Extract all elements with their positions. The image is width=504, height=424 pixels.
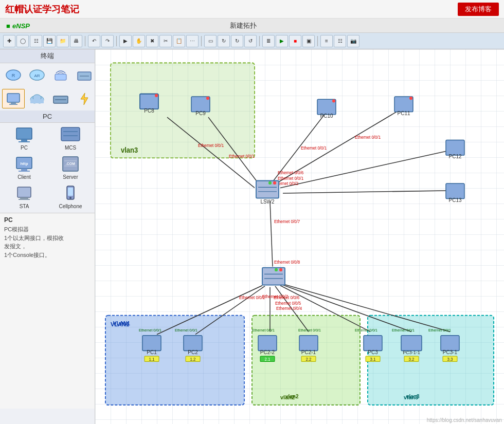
- rect-btn[interactable]: ▭: [204, 35, 217, 47]
- svg-line-50: [283, 191, 453, 193]
- top-header: 红帽认证学习笔记 发布博客: [0, 0, 504, 19]
- node-pc2-1: PC2-1 2.2: [299, 336, 318, 362]
- refresh2-btn[interactable]: ↺: [244, 35, 257, 47]
- svg-text:PC3: PC3: [368, 349, 378, 355]
- svg-text:Ethernet 0/0/1: Ethernet 0/0/1: [252, 328, 275, 333]
- svg-text:Ethernet 0/0/1: Ethernet 0/0/1: [298, 328, 321, 333]
- svg-point-86: [206, 97, 209, 100]
- grid-btn[interactable]: ≣: [262, 35, 275, 47]
- device-lightning[interactable]: [73, 89, 96, 108]
- svg-text:PC2-2: PC2-2: [260, 349, 275, 355]
- refresh-btn[interactable]: ↻: [231, 35, 243, 47]
- loop-btn[interactable]: ↻: [218, 35, 230, 47]
- device-switch3[interactable]: [73, 65, 96, 85]
- svg-point-92: [409, 97, 412, 100]
- svg-rect-108: [142, 336, 161, 351]
- svg-text:PC10: PC10: [320, 113, 333, 119]
- ensp-e-icon: ■: [6, 22, 10, 30]
- device-router[interactable]: R: [2, 65, 25, 85]
- svg-rect-116: [258, 336, 277, 351]
- hand-btn[interactable]: ✋: [133, 35, 145, 47]
- pc-label: PC: [21, 145, 28, 151]
- add-green-btn[interactable]: ✚: [3, 35, 15, 47]
- delete-btn[interactable]: ✖: [146, 35, 158, 47]
- svg-text:vlan3: vlan3: [406, 394, 420, 399]
- ensp-logo: ■ eNSP: [6, 21, 30, 30]
- stop-btn[interactable]: ■: [289, 35, 301, 47]
- pc-device-grid: PC MCS http Client: [0, 123, 95, 213]
- svg-rect-4: [55, 74, 66, 80]
- svg-rect-31: [17, 187, 31, 197]
- device-router2[interactable]: AR: [26, 65, 48, 85]
- paste-btn[interactable]: 📋: [173, 35, 185, 47]
- svg-text:Ethernet 0/0/1: Ethernet 0/0/1: [139, 328, 161, 333]
- device-cellphone[interactable]: Cellphone: [48, 183, 93, 211]
- device-pc[interactable]: PC: [2, 125, 46, 152]
- device-wireless[interactable]: [49, 65, 72, 85]
- toolbar: ✚ ◯ ☷ 💾 📁 🖶 ↶ ↷ ▶ ✋ ✖ ✂ 📋 ⋯ ▭ ↻ ↻ ↺ ≣ ▶ …: [0, 33, 504, 49]
- svg-point-83: [155, 94, 158, 97]
- table-btn[interactable]: ☷: [334, 35, 346, 47]
- monitor-btn[interactable]: ☷: [30, 35, 42, 47]
- device-mcs[interactable]: MCS: [48, 125, 93, 152]
- device-sta[interactable]: STA: [2, 183, 46, 211]
- open-btn[interactable]: 📁: [57, 35, 69, 47]
- sep5: [317, 36, 318, 46]
- svg-text:Ethernet 0/0/7: Ethernet 0/0/7: [274, 219, 300, 224]
- device-monitor[interactable]: [2, 89, 25, 108]
- svg-text:2.1: 2.1: [264, 357, 271, 362]
- node-pc10: PC10: [317, 99, 336, 119]
- sidebar: 终端 R AR: [0, 49, 95, 424]
- svg-text:1.1: 1.1: [149, 357, 155, 362]
- svg-text:Ethernet 0/0/8: Ethernet 0/0/8: [274, 260, 300, 265]
- device-switch2[interactable]: [49, 89, 72, 108]
- svg-point-100: [273, 181, 276, 185]
- svg-rect-128: [401, 336, 422, 351]
- save-btn[interactable]: 💾: [43, 35, 56, 47]
- svg-rect-19: [19, 141, 30, 142]
- node-pc3-1-1: PC3-1-1 3.2: [401, 336, 422, 362]
- svg-text:2.2: 2.2: [305, 357, 312, 362]
- print-btn[interactable]: 🖶: [70, 35, 82, 47]
- svg-text:PC12: PC12: [449, 154, 462, 159]
- svg-text:PC1: PC1: [147, 349, 157, 355]
- svg-text:Ethernet 0/0/2: Ethernet 0/0/2: [239, 296, 265, 300]
- pc-section-title: PC: [0, 110, 95, 123]
- svg-text:Ethernet 0/0/1: Ethernet 0/0/1: [355, 328, 377, 333]
- svg-text:Ethernet 0/0/1: Ethernet 0/0/1: [198, 143, 224, 148]
- topology-svg: vlan3 VLAN1 vlan2 vlan3: [95, 49, 504, 424]
- svg-text:PC8: PC8: [144, 107, 154, 113]
- main-area: 终端 R AR: [0, 49, 504, 424]
- svg-rect-9: [9, 104, 17, 105]
- sep3: [201, 36, 202, 46]
- device-client[interactable]: http Client: [2, 154, 46, 181]
- play-btn[interactable]: ▶: [276, 35, 288, 47]
- svg-text:Ethernet 0/0/1: Ethernet 0/0/1: [175, 328, 197, 333]
- camera-btn[interactable]: 📷: [347, 35, 359, 47]
- layout-btn[interactable]: ≡: [320, 35, 333, 47]
- svg-rect-93: [446, 140, 464, 155]
- canvas-area[interactable]: vlan3 VLAN1 vlan2 vlan3: [95, 49, 504, 424]
- svg-text:Ethernet 0/0/5: Ethernet 0/0/5: [275, 301, 301, 305]
- svg-text:Ethernet 0/0/6: Ethernet 0/0/6: [274, 296, 300, 300]
- svg-text:Ethernet 0/0/4: Ethernet 0/0/4: [276, 306, 302, 311]
- svg-text:PC3-1-1: PC3-1-1: [403, 349, 420, 355]
- more-btn[interactable]: ⋯: [186, 35, 199, 47]
- device-server[interactable]: .COM Server: [48, 154, 93, 181]
- terminal-grid-row2: [0, 87, 95, 110]
- node-pc1: PC1 1.1: [142, 336, 161, 362]
- svg-text:PC3-1: PC3-1: [443, 349, 458, 355]
- scissors-btn[interactable]: ✂: [159, 35, 172, 47]
- svg-text:PC13: PC13: [449, 197, 462, 203]
- cursor-btn[interactable]: ▶: [119, 35, 132, 47]
- add-circle-btn[interactable]: ◯: [16, 35, 29, 47]
- svg-line-49: [280, 150, 453, 188]
- device-cloud[interactable]: [26, 89, 48, 108]
- publish-button[interactable]: 发布博客: [458, 3, 499, 16]
- undo-btn[interactable]: ↶: [88, 35, 100, 47]
- svg-text:3.1: 3.1: [370, 357, 376, 362]
- svg-text:Ethernet 0/0/1: Ethernet 0/0/1: [278, 176, 304, 180]
- sep2: [116, 36, 117, 46]
- redo-btn[interactable]: ↷: [101, 35, 114, 47]
- screenshot-btn[interactable]: ▣: [302, 35, 315, 47]
